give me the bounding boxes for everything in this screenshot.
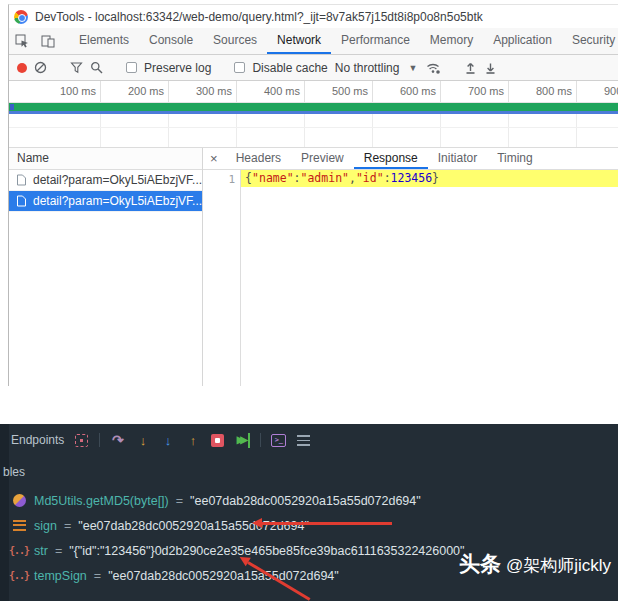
preserve-log-label[interactable]: Preserve log	[144, 61, 211, 75]
filter-icon[interactable]	[70, 61, 83, 74]
grid-cell	[169, 114, 237, 147]
chevron-down-icon[interactable]: ▼	[406, 63, 419, 73]
tab-security[interactable]: Security	[562, 28, 618, 54]
evaluate-expression-icon[interactable]: >_	[271, 434, 286, 447]
request-list-pane: Name detail?param=OkyL5iAEbzjVF... detai…	[9, 148, 203, 386]
grid-cell	[577, 114, 618, 147]
force-step-into-icon[interactable]: ↓	[160, 433, 175, 448]
devtools-window: DevTools - localhost:63342/web-demo/quer…	[8, 4, 618, 386]
variables-label-truncated: bles	[3, 465, 25, 479]
preserve-log-checkbox[interactable]	[126, 62, 137, 73]
overview-green-bar[interactable]	[9, 103, 618, 111]
request-name: detail?param=OkyL5iAEbzjVF...	[33, 173, 202, 187]
variable-row-sign[interactable]: sign = "ee07dab28dc0052920a15a55d072d694…	[11, 513, 618, 538]
grid-cell	[101, 114, 169, 147]
search-icon[interactable]	[90, 61, 103, 74]
timeline-tick: 500 ms	[305, 81, 373, 102]
watermark-brand: 头条	[459, 550, 501, 578]
window-title: DevTools - localhost:63342/web-demo/quer…	[35, 10, 483, 24]
disable-cache-label[interactable]: Disable cache	[252, 61, 327, 75]
tab-headers[interactable]: Headers	[226, 148, 291, 169]
variable-value: "ee07dab28dc0052920a15a55d072d694"	[78, 519, 309, 533]
timeline-tick: 100 ms	[9, 81, 101, 102]
close-icon[interactable]: ×	[203, 148, 226, 169]
timeline-tick: 400 ms	[237, 81, 305, 102]
timeline-ruler: 100 ms 200 ms 300 ms 400 ms 500 ms 600 m…	[9, 81, 618, 103]
run-to-cursor-icon[interactable]: ▶▶	[235, 433, 250, 448]
detail-tabbar: × Headers Preview Response Initiator Tim…	[203, 148, 618, 170]
response-viewer: 1 {"name":"admin","id":123456}	[203, 170, 618, 386]
equals-sign: =	[94, 569, 101, 583]
grid-cell	[373, 114, 441, 147]
step-out-icon[interactable]: ↑	[185, 433, 200, 448]
watch-result-icon	[13, 494, 26, 507]
inspect-element-icon[interactable]	[9, 28, 35, 54]
variable-value: "ee07dab28dc0052920a15a55d072d694"	[190, 494, 421, 508]
overview-grid	[9, 114, 618, 148]
equals-sign: =	[64, 519, 71, 533]
watermark-handle: @架构师jickly	[506, 554, 611, 577]
tab-elements[interactable]: Elements	[69, 28, 139, 54]
record-button[interactable]	[17, 63, 27, 73]
timeline-tick: 900 ms	[577, 81, 618, 102]
disable-cache-checkbox[interactable]	[234, 62, 245, 73]
variable-name: Md5Utils.getMD5(byte[])	[34, 494, 169, 508]
tab-network[interactable]: Network	[267, 28, 331, 54]
timeline-tick: 300 ms	[169, 81, 237, 102]
panel-left-strip	[0, 424, 9, 601]
tab-memory[interactable]: Memory	[420, 28, 483, 54]
document-icon	[16, 195, 27, 207]
request-detail-pane: × Headers Preview Response Initiator Tim…	[203, 148, 618, 386]
layout-settings-icon[interactable]	[297, 435, 310, 446]
network-request-row[interactable]: detail?param=OkyL5iAEbzjVF...	[9, 170, 202, 191]
name-column-header[interactable]: Name	[9, 148, 202, 170]
export-har-icon[interactable]	[484, 61, 497, 75]
response-json-line: {"name":"admin","id":123456}	[241, 170, 618, 187]
step-over-icon[interactable]: ↷	[110, 433, 125, 448]
tab-preview[interactable]: Preview	[291, 148, 354, 169]
watermark: 头条 @架构师jickly	[459, 550, 611, 578]
network-toolbar: Preserve log Disable cache No throttling…	[9, 55, 618, 81]
equals-sign: =	[176, 494, 183, 508]
divider	[99, 433, 100, 447]
network-request-row-selected[interactable]: detail?param=OkyL5iAEbzjVF...	[9, 191, 202, 212]
tab-console[interactable]: Console	[139, 28, 203, 54]
timeline-tick: 200 ms	[101, 81, 169, 102]
grid-cell	[509, 114, 577, 147]
device-toolbar-icon[interactable]	[35, 28, 61, 54]
variable-name: sign	[34, 519, 57, 533]
tab-timing[interactable]: Timing	[487, 148, 543, 169]
grid-cell	[237, 114, 305, 147]
import-har-icon[interactable]	[464, 61, 477, 75]
chrome-logo-icon	[14, 10, 28, 24]
timeline-tick: 600 ms	[373, 81, 441, 102]
variable-value: "{"id":"123456"}0d2b290ce2e35e465be85fce…	[69, 544, 464, 558]
devtools-tabbar: Elements Console Sources Network Perform…	[9, 28, 618, 55]
network-conditions-icon[interactable]	[426, 61, 441, 75]
line-number-gutter: 1	[203, 170, 241, 386]
tab-performance[interactable]: Performance	[331, 28, 420, 54]
divider	[260, 433, 261, 447]
tab-initiator[interactable]: Initiator	[428, 148, 487, 169]
debugger-panel-title: Endpoints	[11, 433, 64, 447]
timeline-tick: 700 ms	[441, 81, 509, 102]
response-code-area: {"name":"admin","id":123456}	[241, 170, 618, 386]
variable-name: str	[34, 544, 48, 558]
grid-cell	[441, 114, 509, 147]
variable-name: tempSign	[34, 569, 87, 583]
throttling-select[interactable]: No throttling	[335, 61, 400, 75]
json-braces-icon: {..}	[11, 545, 27, 556]
endpoints-frame-icon[interactable]	[75, 434, 88, 447]
network-main-area: Name detail?param=OkyL5iAEbzjVF... detai…	[9, 148, 618, 386]
clear-icon[interactable]	[34, 61, 47, 74]
json-braces-icon: {..}	[11, 570, 27, 581]
grid-cell	[305, 114, 373, 147]
variable-value: "ee07dab28dc0052920a15a55d072d694"	[108, 569, 339, 583]
tab-response[interactable]: Response	[354, 148, 428, 169]
step-into-icon[interactable]: ↓	[135, 433, 150, 448]
variable-row-md5-result[interactable]: Md5Utils.getMD5(byte[]) = "ee07dab28dc00…	[11, 488, 618, 513]
grid-cell	[9, 114, 101, 147]
tab-application[interactable]: Application	[483, 28, 562, 54]
tab-sources[interactable]: Sources	[203, 28, 267, 54]
breakpoints-mute-icon[interactable]	[211, 434, 224, 447]
